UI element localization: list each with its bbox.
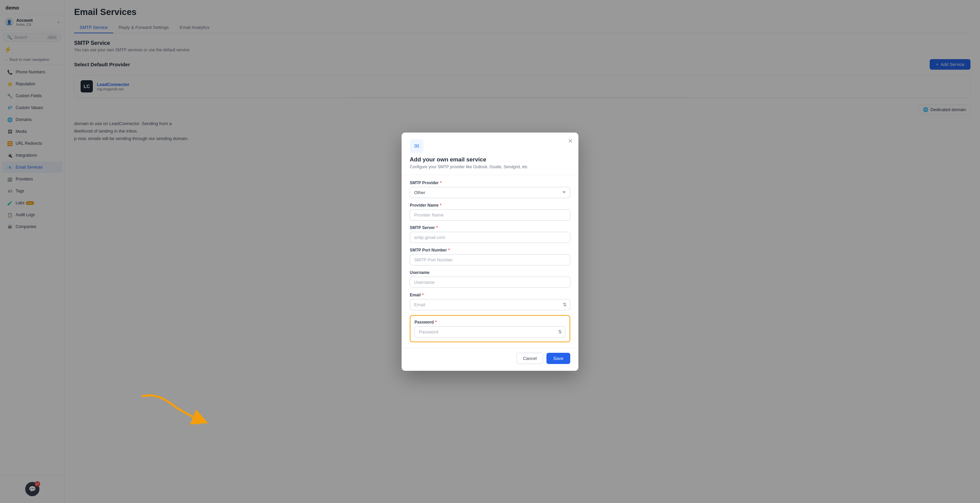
password-label: Password * — [415, 320, 565, 325]
smtp-port-input[interactable] — [410, 254, 570, 265]
modal-icon-wrap: ✉ — [410, 140, 423, 153]
email-input-wrap: ⇅ — [410, 299, 570, 310]
required-marker: * — [435, 320, 437, 325]
modal-overlay: ✉ Add your own email service Configure y… — [0, 0, 980, 503]
arrow-svg — [136, 389, 211, 434]
modal: ✉ Add your own email service Configure y… — [402, 133, 578, 371]
modal-title: Add your own email service — [410, 156, 570, 163]
email-icon: ✉ — [414, 143, 419, 150]
modal-footer: Cancel Save — [402, 347, 578, 371]
required-marker: * — [440, 181, 442, 185]
username-label: Username — [410, 270, 570, 275]
password-toggle-icon[interactable]: ⇅ — [558, 329, 562, 335]
modal-close-button[interactable]: ✕ — [568, 138, 573, 144]
smtp-provider-select[interactable]: Other Gmail Outlook Sendgrid Mailgun SES — [410, 187, 570, 198]
cancel-button[interactable]: Cancel — [517, 353, 543, 364]
required-marker: * — [448, 248, 450, 252]
smtp-server-input[interactable] — [410, 232, 570, 243]
modal-body: SMTP Provider * Other Gmail Outlook Send… — [402, 175, 578, 347]
password-input[interactable] — [415, 326, 565, 338]
email-icon-right: ⇅ — [563, 302, 567, 307]
required-marker: * — [422, 293, 424, 297]
email-input[interactable] — [410, 299, 570, 310]
modal-subtitle: Configure your SMTP provider like Outloo… — [410, 165, 570, 169]
provider-name-input[interactable] — [410, 209, 570, 221]
password-input-wrap: ⇅ — [415, 326, 565, 338]
smtp-port-label: SMTP Port Number * — [410, 248, 570, 252]
save-button[interactable]: Save — [546, 353, 570, 364]
required-marker: * — [436, 225, 438, 230]
smtp-server-group: SMTP Server * — [410, 225, 570, 243]
smtp-provider-group: SMTP Provider * Other Gmail Outlook Send… — [410, 181, 570, 198]
smtp-server-label: SMTP Server * — [410, 225, 570, 230]
username-group: Username — [410, 270, 570, 288]
provider-name-label: Provider Name * — [410, 203, 570, 208]
required-marker: * — [440, 203, 442, 208]
provider-name-group: Provider Name * — [410, 203, 570, 221]
email-label: Email * — [410, 293, 570, 297]
password-group-highlighted: Password * ⇅ — [410, 315, 570, 342]
modal-header: ✉ Add your own email service Configure y… — [402, 133, 578, 175]
smtp-port-group: SMTP Port Number * — [410, 248, 570, 265]
email-group: Email * ⇅ — [410, 293, 570, 310]
arrow-annotation — [136, 389, 211, 435]
smtp-provider-label: SMTP Provider * — [410, 181, 570, 185]
username-input[interactable] — [410, 277, 570, 288]
